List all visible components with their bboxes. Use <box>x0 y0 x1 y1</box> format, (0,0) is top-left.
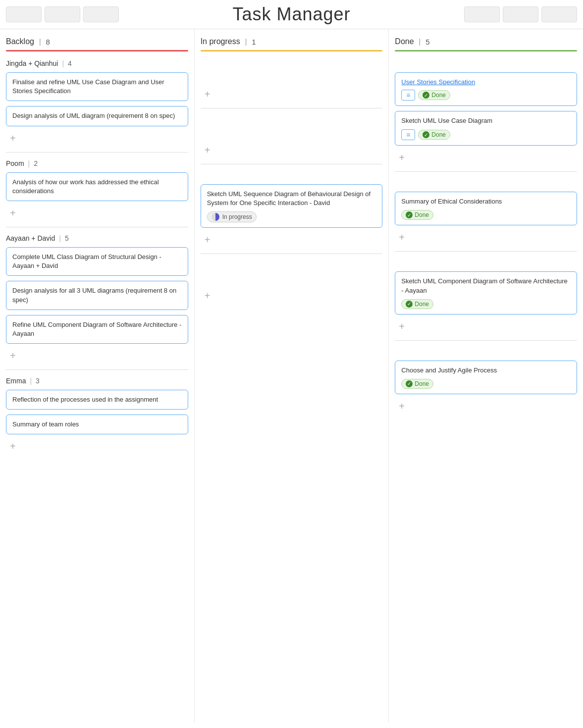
done-count: 5 <box>425 38 429 46</box>
backlog-title: Backlog <box>6 37 34 46</box>
inprogress-header: In progress | 1 <box>201 37 383 46</box>
card-finalise: Finalise and refine UML Use Case Diagram… <box>6 72 188 101</box>
nav-tab-1[interactable] <box>6 6 42 22</box>
add-poom-done[interactable]: + <box>395 230 409 244</box>
sketch-uml-title: Sketch UML Use Case Diagram <box>401 117 492 124</box>
inprogress-count: 1 <box>252 38 256 46</box>
section-poom-count: 2 <box>34 159 38 167</box>
done-checkmark-2: ✓ <box>423 131 429 138</box>
column-done: Done | 5 Jingda User Stories Specificati… <box>389 29 583 723</box>
add-emma-backlog[interactable]: + <box>6 439 20 453</box>
nav-tab-4[interactable] <box>464 6 500 22</box>
sep-ip-3 <box>201 254 383 254</box>
nav-tab-3[interactable] <box>83 6 119 22</box>
done-checkmark-1: ✓ <box>423 92 429 99</box>
menu-btn-user-stories[interactable]: ≡ <box>401 90 415 101</box>
section-emma-count: 3 <box>36 377 40 385</box>
add-aayaan-ip[interactable]: + <box>201 233 214 247</box>
nav-tabs <box>6 6 119 22</box>
card-reflection: Reflection of the processes used in the … <box>6 390 188 410</box>
done-title: Done <box>395 37 414 46</box>
nav-tab-6[interactable] <box>541 6 577 22</box>
done-checkmark-4: ✓ <box>406 301 413 308</box>
badge-done-uml: ✓ Done <box>418 130 450 140</box>
card-design-analysis-jingda: Design analysis of UML diagram (requirem… <box>6 106 188 126</box>
board: Backlog | 8 Jingda + Qianhui | 4 Finalis… <box>0 29 583 723</box>
ethical-title: Summary of Ethical Considerations <box>401 198 502 205</box>
add-jingda-done[interactable]: + <box>395 151 409 164</box>
poom-ip-empty <box>201 128 383 143</box>
card-team-roles: Summary of team roles <box>6 415 188 434</box>
add-poom-ip[interactable]: + <box>201 143 214 157</box>
add-aayaan-done[interactable]: + <box>395 319 409 333</box>
card-design-analysis-aayaan: Design analysis for all 3 UML diagrams (… <box>6 281 188 310</box>
card-agile-done: Choose and Justify Agile Process ✓ Done <box>395 361 577 394</box>
sep-d-1 <box>395 171 577 172</box>
sep-d-2 <box>395 251 577 252</box>
badge-done-ethical: ✓ Done <box>401 210 433 220</box>
add-emma-done[interactable]: + <box>395 399 409 413</box>
user-stories-link[interactable]: User Stories Specification <box>401 78 475 86</box>
column-backlog: Backlog | 8 Jingda + Qianhui | 4 Finalis… <box>0 29 195 723</box>
add-poom-backlog[interactable]: + <box>6 206 20 220</box>
section-poom-backlog: Poom | 2 <box>6 159 188 167</box>
card-analysis-ethical: Analysis of how our work has addressed t… <box>6 172 188 201</box>
section-poom-label: Poom <box>6 159 24 167</box>
column-inprogress: In progress | 1 Jingda + Qianhui | 4 + P… <box>195 29 389 723</box>
badge-done-user-stories: ✓ Done <box>418 90 450 100</box>
sep-d-3 <box>395 340 577 341</box>
section-jingda-label: Jingda + Qianhui <box>6 59 58 67</box>
add-jingda-ip[interactable]: + <box>201 87 214 101</box>
section-aayaan-backlog: Aayaan + David | 5 <box>6 234 188 242</box>
section-emma-backlog: Emma | 3 <box>6 377 188 385</box>
done-checkmark-5: ✓ <box>406 380 413 387</box>
section-jingda-count: 4 <box>68 59 72 67</box>
nav-tabs-right <box>464 6 577 22</box>
backlog-count: 8 <box>46 38 50 46</box>
sep-3 <box>6 369 188 370</box>
card-user-stories: User Stories Specification ≡ ✓ Done <box>395 72 577 106</box>
section-aayaan-label: Aayaan + David <box>6 234 55 242</box>
card-sequence-diagram: Sketch UML Sequence Diagram of Behaviour… <box>201 184 383 228</box>
agile-title: Choose and Justify Agile Process <box>401 366 497 374</box>
component-title: Sketch UML Component Diagram of Software… <box>401 277 568 294</box>
backlog-line <box>6 50 188 52</box>
card-refine-component: Refine UML Component Diagram of Software… <box>6 315 188 344</box>
inprogress-line <box>201 50 383 52</box>
sep-ip-1 <box>201 108 383 108</box>
add-emma-ip[interactable]: + <box>201 289 214 303</box>
sep-ip-2 <box>201 164 383 164</box>
backlog-header: Backlog | 8 <box>6 37 188 46</box>
add-jingda-backlog[interactable]: + <box>6 131 20 145</box>
nav-tab-2[interactable] <box>45 6 80 22</box>
top-nav: Task Manager <box>0 0 583 29</box>
jingda-ip-empty <box>201 72 383 87</box>
add-aayaan-backlog[interactable]: + <box>6 349 20 363</box>
menu-btn-uml[interactable]: ≡ <box>401 129 415 140</box>
nav-tab-5[interactable] <box>503 6 538 22</box>
section-jingda-backlog: Jingda + Qianhui | 4 <box>6 59 188 67</box>
page-title: Task Manager <box>232 4 350 24</box>
sep-2 <box>6 227 188 227</box>
inprogress-title: In progress <box>201 37 240 46</box>
section-emma-label: Emma <box>6 377 26 385</box>
card-ethical-done: Summary of Ethical Considerations ✓ Done <box>395 192 577 225</box>
badge-done-component: ✓ Done <box>401 299 433 309</box>
done-checkmark-3: ✓ <box>406 211 413 218</box>
card-component-done: Sketch UML Component Diagram of Software… <box>395 271 577 314</box>
emma-ip-empty <box>201 274 383 289</box>
done-header: Done | 5 <box>395 37 577 46</box>
card-uml-use-case-done: Sketch UML Use Case Diagram ≡ ✓ Done <box>395 111 577 146</box>
section-aayaan-count: 5 <box>65 234 69 242</box>
badge-done-agile: ✓ Done <box>401 379 433 389</box>
inprogress-icon <box>212 213 219 221</box>
badge-inprogress: In progress <box>207 211 257 222</box>
card-uml-class: Complete UML Class Diagram of Structural… <box>6 247 188 276</box>
done-line <box>395 50 577 52</box>
sep-1 <box>6 152 188 153</box>
